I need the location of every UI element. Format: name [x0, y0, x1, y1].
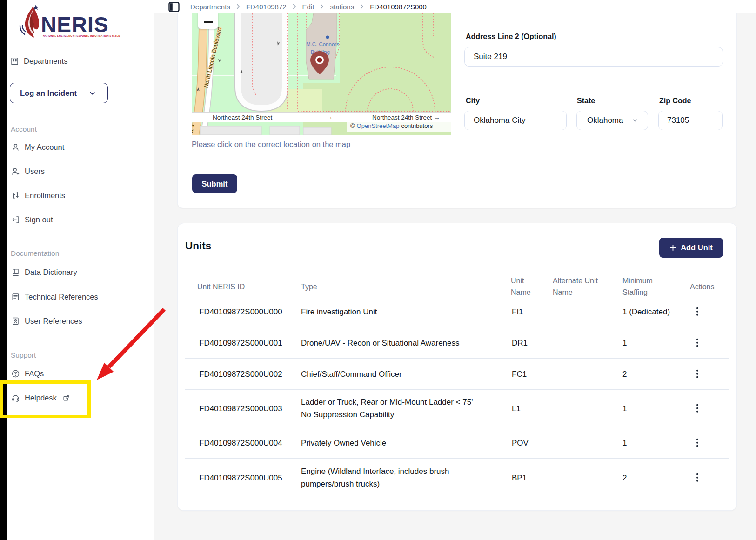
sidebar-item-my-account[interactable]: My Account — [11, 143, 64, 152]
sidebar-item-departments[interactable]: Departments — [10, 57, 67, 66]
breadcrumb-item[interactable]: stations — [330, 3, 354, 11]
cell-min-staffing: 2 — [622, 471, 627, 484]
chevron-down-icon — [88, 89, 96, 97]
chevron-right-icon — [360, 4, 364, 9]
sidebar-item-label: Technical References — [25, 293, 98, 301]
table-row: FD40109872S000U000 Fire investigation Un… — [185, 296, 729, 327]
row-actions-menu[interactable] — [696, 439, 698, 447]
col-header-unit-neris-id: Unit NERIS ID — [197, 281, 245, 293]
header-divider — [187, 3, 187, 10]
sign-out-icon — [11, 215, 20, 224]
sidebar-item-label: Enrollments — [25, 191, 65, 200]
log-incident-label: Log an Incident — [20, 89, 77, 98]
col-header-unit-name: UnitName — [511, 275, 531, 298]
neris-logo-subtitle: NATIONAL EMERGENCY RESPONSE INFORMATION … — [43, 34, 120, 37]
table-row: FD40109872S000U002 Chief/Staff/Command O… — [185, 359, 729, 390]
section-label-support: Support — [11, 351, 36, 360]
map-zoom-out-button[interactable] — [198, 13, 218, 29]
swap-arrows-icon — [11, 191, 20, 200]
sidebar-item-label: Departments — [24, 57, 67, 66]
cell-type: Drone/UAV - Recon or Situational Awarene… — [301, 337, 473, 349]
breadcrumb-item[interactable]: Edit — [302, 3, 314, 11]
table-row: FD40109872S000U001 Drone/UAV - Recon or … — [185, 327, 729, 359]
row-actions-menu[interactable] — [696, 473, 698, 481]
cell-unit-neris-id: FD40109872S000U002 — [199, 368, 282, 380]
map-attribution-rest: contributors — [401, 122, 433, 129]
row-actions-menu[interactable] — [696, 404, 698, 413]
log-incident-button[interactable]: Log an Incident — [10, 83, 108, 103]
map-building-label-line1: M.C. Connors — [306, 41, 339, 47]
sidebar-item-users[interactable]: Users — [11, 167, 45, 176]
chevron-down-icon — [632, 117, 638, 124]
top-header: Departments FD40109872 Edit stations FD4… — [154, 0, 756, 13]
sidebar-item-technical-references[interactable]: Technical References — [11, 293, 98, 301]
address-line2-input[interactable]: Suite 219 — [464, 47, 723, 67]
city-label: City — [466, 97, 480, 105]
col-header-minimum-staffing: MinimumStaffing — [622, 275, 653, 298]
chevron-right-icon — [320, 4, 324, 9]
col-header-actions: Actions — [690, 281, 714, 293]
sidebar: NERIS NATIONAL EMERGENCY RESPONSE INFORM… — [0, 0, 154, 540]
cell-unit-neris-id: FD40109872S000U003 — [199, 402, 282, 415]
table-row: FD40109872S000U004 Privately Owned Vehic… — [185, 427, 729, 459]
location-map[interactable]: M.C. Connors Building Northeast 24th Str… — [192, 13, 451, 135]
chevron-right-icon — [236, 4, 240, 9]
row-actions-menu[interactable] — [696, 370, 698, 378]
cell-unit-name: FC1 — [512, 368, 527, 380]
table-row: FD40109872S000U005 Engine (Wildland Inte… — [185, 459, 729, 496]
cell-unit-neris-id: FD40109872S000U005 — [199, 471, 282, 484]
sidebar-item-label: User References — [25, 317, 82, 326]
cell-unit-neris-id: FD40109872S000U001 — [199, 337, 282, 349]
sidebar-item-label: Data Dictionary — [25, 268, 77, 277]
sidebar-item-sign-out[interactable]: Sign out — [11, 215, 53, 224]
map-attribution-link: OpenStreetMap — [357, 122, 400, 129]
cell-type: Fire investigation Unit — [301, 306, 473, 318]
cell-unit-name: FI1 — [512, 306, 523, 318]
zip-input[interactable]: 73105 — [658, 111, 723, 130]
building-icon — [10, 57, 19, 66]
submit-button[interactable]: Submit — [192, 174, 237, 193]
section-label-documentation: Documentation — [11, 249, 59, 258]
sidebar-item-label: Sign out — [25, 215, 53, 224]
state-label: State — [577, 97, 595, 105]
col-header-type: Type — [301, 281, 317, 293]
sidebar-item-label: My Account — [25, 143, 64, 152]
map-attribution-copy: © — [350, 122, 355, 129]
document-lines-icon — [11, 293, 20, 301]
sidebar-toggle-icon[interactable] — [168, 2, 180, 12]
book-icon — [11, 268, 20, 277]
cell-unit-name: BP1 — [512, 471, 527, 484]
breadcrumb: Departments FD40109872 Edit stations FD4… — [190, 0, 427, 13]
add-unit-button[interactable]: Add Unit — [659, 238, 723, 258]
sidebar-item-label: Users — [25, 167, 45, 176]
sidebar-item-user-references[interactable]: User References — [11, 317, 82, 326]
footer-divider — [154, 534, 756, 534]
sidebar-item-label: FAQs — [25, 369, 44, 378]
section-label-account: Account — [11, 125, 37, 133]
minus-icon — [204, 21, 213, 23]
state-select[interactable]: Oklahoma — [576, 111, 648, 130]
sidebar-item-enrollments[interactable]: Enrollments — [11, 191, 65, 200]
breadcrumb-current: FD40109872S000 — [370, 3, 427, 11]
city-input[interactable]: Oklahoma City — [464, 111, 567, 130]
address-line2-value: Suite 219 — [474, 52, 507, 61]
map-street-label-right: Northeast 24th Street → — [372, 114, 440, 121]
sidebar-item-faqs[interactable]: FAQs — [11, 369, 44, 378]
row-actions-menu[interactable] — [696, 339, 698, 347]
cell-min-staffing: 2 — [622, 368, 627, 380]
breadcrumb-item[interactable]: FD40109872 — [246, 3, 287, 11]
highlight-rectangle — [0, 380, 91, 418]
cell-min-staffing: 1 — [622, 337, 627, 349]
cell-type: Chief/Staff/Command Officer — [301, 368, 473, 380]
window-edge-strip — [0, 0, 7, 540]
cell-unit-neris-id: FD40109872S000U004 — [199, 437, 282, 449]
cell-min-staffing: 1 (Dedicated) — [622, 306, 670, 318]
map-street-label-left: Northeast 24th Street — [213, 114, 273, 121]
units-title: Units — [185, 240, 211, 252]
plus-icon — [669, 244, 676, 251]
map-street-arrow: → — [327, 113, 333, 120]
question-circle-icon — [11, 369, 20, 378]
row-actions-menu[interactable] — [696, 307, 698, 316]
sidebar-item-data-dictionary[interactable]: Data Dictionary — [11, 268, 77, 277]
breadcrumb-item[interactable]: Departments — [190, 3, 230, 11]
